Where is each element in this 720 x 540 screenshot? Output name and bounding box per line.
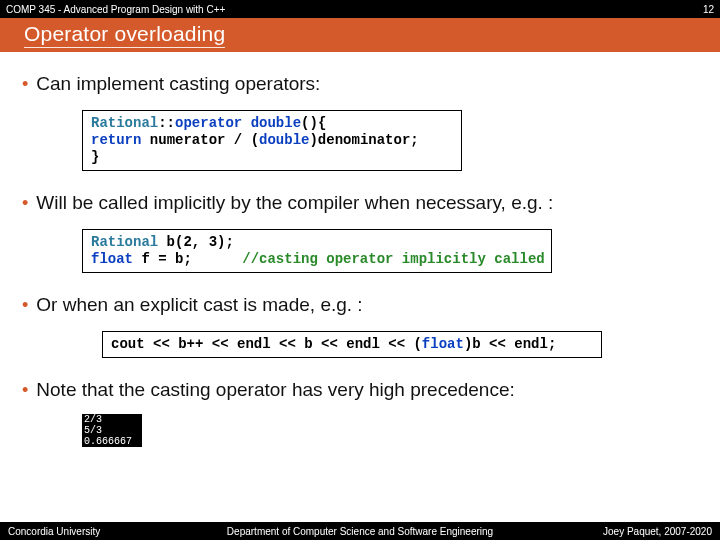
code-block-3: cout << b++ << endl << b << endl << (flo… xyxy=(102,331,602,358)
footer-mid: Department of Computer Science and Softw… xyxy=(227,526,493,537)
code-block-2: Rational b(2, 3); float f = b; //casting… xyxy=(82,229,552,273)
code-token: b(2, 3); xyxy=(158,234,234,250)
content-area: • Can implement casting operators: Ratio… xyxy=(0,52,720,522)
footer-bar: Concordia University Department of Compu… xyxy=(0,522,720,540)
code-token xyxy=(242,115,250,131)
code-token: Rational xyxy=(91,115,158,131)
code-block-1: Rational::operator double(){ return nume… xyxy=(82,110,462,171)
bullet-dot-icon: • xyxy=(22,293,28,317)
bullet-4: • Note that the casting operator has ver… xyxy=(22,378,698,402)
code-token: numerator / ( xyxy=(141,132,259,148)
code-token: f = b; xyxy=(133,251,242,267)
code-token: :: xyxy=(158,115,175,131)
bullet-4-text: Note that the casting operator has very … xyxy=(36,378,514,402)
bullet-2-text: Will be called implicitly by the compile… xyxy=(36,191,553,215)
code-token: double xyxy=(251,115,301,131)
footer-left: Concordia University xyxy=(8,526,100,537)
course-label: COMP 345 - Advanced Program Design with … xyxy=(6,4,225,15)
code-token: return xyxy=(91,132,141,148)
code-token: double xyxy=(259,132,309,148)
code-token: )denominator; xyxy=(309,132,418,148)
code-token: float xyxy=(91,251,133,267)
code-comment: //casting operator implicitly called xyxy=(242,251,544,267)
bullet-dot-icon: • xyxy=(22,191,28,215)
console-output: 2/3 5/3 0.666667 xyxy=(82,414,142,447)
bullet-dot-icon: • xyxy=(22,72,28,96)
bullet-1-text: Can implement casting operators: xyxy=(36,72,320,96)
code-token: cout << b++ << endl << b << endl << ( xyxy=(111,336,422,352)
slide: COMP 345 - Advanced Program Design with … xyxy=(0,0,720,540)
bullet-dot-icon: • xyxy=(22,378,28,402)
footer-right: Joey Paquet, 2007-2020 xyxy=(603,526,712,537)
slide-title: Operator overloading xyxy=(24,22,225,48)
code-token: Rational xyxy=(91,234,158,250)
code-token: (){ xyxy=(301,115,326,131)
bullet-3: • Or when an explicit cast is made, e.g.… xyxy=(22,293,698,317)
code-token: } xyxy=(91,149,99,165)
code-token: float xyxy=(422,336,464,352)
bullet-2: • Will be called implicitly by the compi… xyxy=(22,191,698,215)
code-token: )b << endl; xyxy=(464,336,556,352)
bullet-1: • Can implement casting operators: xyxy=(22,72,698,96)
top-bar: COMP 345 - Advanced Program Design with … xyxy=(0,0,720,18)
code-token: operator xyxy=(175,115,242,131)
bullet-3-text: Or when an explicit cast is made, e.g. : xyxy=(36,293,362,317)
page-number: 12 xyxy=(703,4,714,15)
title-bar: Operator overloading xyxy=(0,18,720,52)
